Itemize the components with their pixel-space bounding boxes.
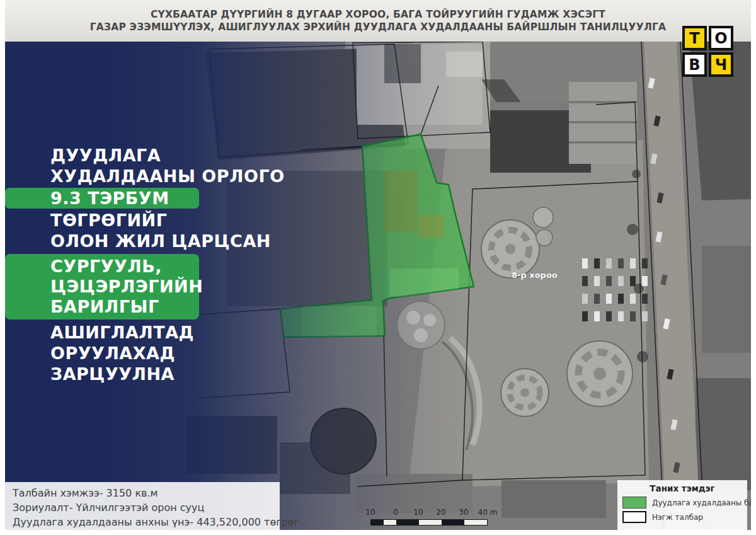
dark-circular-structure xyxy=(311,408,376,474)
headline-line: ЦЭЦЭРЛЭГИЙН xyxy=(5,277,199,297)
logo-letter-v: В xyxy=(682,52,707,77)
scale-tick: 40 m xyxy=(478,508,498,517)
legend-item-label: Нэгж талбар xyxy=(652,513,703,522)
headline-line: АШИГЛАЛТАД xyxy=(5,322,270,343)
parcel-info-box: Талбайн хэмжээ- 3150 кв.м Зориулалт- Үйл… xyxy=(5,482,280,531)
headline-block: ДУУДЛАГА ХУДАЛДААНЫ ОРЛОГО 9.3 ТЭРБУМ ТӨ… xyxy=(5,145,270,384)
header-title-line2: ГАЗАР ЭЗЭМШҮҮЛЭХ, АШИГЛУУЛАХ ЭРХИЙН ДУУД… xyxy=(44,21,712,33)
legend-item: Дуудлага худалдааны байршил xyxy=(622,497,742,509)
headline-line: ОРУУЛАХАД xyxy=(5,343,270,364)
headline-line: ОЛОН ЖИЛ ЦАРЦСАН xyxy=(5,231,270,251)
header-title-line1: СҮХБААТАР ДҮҮРГИЙН 8 ДУГААР ХОРОО, БАГА … xyxy=(44,8,712,21)
scale-tick: 0 xyxy=(393,508,398,517)
frame-edge xyxy=(751,0,756,535)
headline-highlight-buildings: СУРГУУЛЬ, ЦЭЦЭРЛЭГИЙН БАРИЛГЫГ xyxy=(5,254,199,319)
scale-tick: 20 xyxy=(436,508,445,517)
scale-tick: 10 xyxy=(413,508,423,517)
headline-line: СУРГУУЛЬ, xyxy=(5,256,199,277)
headline-line: БАРИЛГЫГ xyxy=(5,297,199,317)
frame-edge xyxy=(0,0,5,535)
legend-swatch-auction-location xyxy=(622,497,646,509)
header-band: СҮХБААТАР ДҮҮРГИЙН 8 ДУГААР ХОРОО, БАГА … xyxy=(0,0,756,42)
legend-title: Таних тэмдэг xyxy=(622,483,742,493)
legend-item-label: Дуудлага худалдааны байршил xyxy=(652,498,756,507)
logo-letter-o: О xyxy=(709,26,733,50)
info-purpose: Зориулалт- Үйлчилгээтэй орон сууц xyxy=(13,500,272,515)
scale-tick: 30 xyxy=(459,508,468,517)
headline-line: ТӨГРӨГИЙГ xyxy=(5,210,270,231)
legend-box: Таних тэмдэг Дуудлага худалдааны байршил… xyxy=(617,480,747,530)
logo-letter-ch: Ч xyxy=(709,52,733,77)
scale-bar-segments xyxy=(370,519,488,526)
scale-bar: 10 0 10 20 30 40 m xyxy=(365,508,498,528)
scale-tick: 10 xyxy=(365,508,375,517)
headline-line: ДУУДЛАГА xyxy=(5,145,270,166)
headline-highlight-amount: 9.3 ТЭРБУМ xyxy=(5,188,199,209)
headline-line: ЗАРЦУУЛНА xyxy=(5,364,270,384)
info-start-price: Дуудлага худалдааны анхны үнэ- 443,520,0… xyxy=(13,515,272,529)
logo-letter-t: Т xyxy=(682,26,707,50)
legend-item: Нэгж талбар xyxy=(622,511,742,523)
auction-infographic: СҮХБААТАР ДҮҮРГИЙН 8 ДУГААР ХОРОО, БАГА … xyxy=(0,0,756,535)
tovch-logo: Т О В Ч xyxy=(682,26,733,77)
info-area-size: Талбайн хэмжээ- 3150 кв.м xyxy=(13,486,272,500)
area-label: 8-р хороо xyxy=(512,270,558,280)
headline-line: ХУДАЛДААНЫ ОРЛОГО xyxy=(5,166,270,187)
frame-edge xyxy=(0,530,756,535)
legend-swatch-unit-parcel xyxy=(622,511,646,523)
